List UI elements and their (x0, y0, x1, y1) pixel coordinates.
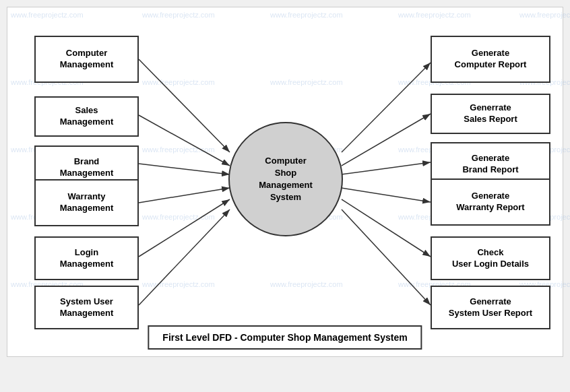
svg-line-10 (342, 162, 431, 174)
svg-line-7 (139, 209, 230, 305)
watermark: www.freeprojectz.com (142, 213, 215, 221)
svg-line-9 (342, 114, 431, 166)
watermark: www.freeprojectz.com (142, 11, 215, 19)
watermark: www.freeprojectz.com (142, 145, 215, 154)
watermark: www.freeprojectz.com (142, 78, 215, 86)
login-management-node: LoginManagement (34, 236, 139, 280)
svg-line-13 (342, 209, 431, 305)
watermark: www.freeprojectz.com (398, 11, 471, 19)
sysuser-management-node: System UserManagement (34, 286, 139, 329)
check-login-node: CheckUser Login Details (431, 236, 550, 280)
svg-line-4 (139, 164, 230, 174)
watermark: www.freeprojectz.com (11, 11, 84, 19)
sales-management-node: SalesManagement (34, 96, 139, 137)
svg-line-12 (342, 199, 431, 257)
svg-line-5 (139, 188, 230, 203)
diagram-container: www.freeprojectz.com www.freeprojectz.co… (7, 7, 563, 357)
gen-sysuser-report-node: GenerrateSystem User Report (431, 286, 550, 329)
watermark: www.freeprojectz.com (270, 280, 343, 288)
svg-line-6 (139, 199, 230, 257)
watermark: www.freeprojectz.com (519, 11, 570, 19)
center-circle: ComputerShopManagementSystem (228, 122, 343, 236)
gen-warranty-report-node: GenerateWarranty Report (431, 178, 550, 226)
gen-sales-report-node: GenerrateSales Report (431, 94, 550, 134)
svg-line-8 (342, 63, 431, 152)
svg-line-11 (342, 188, 431, 202)
diagram-caption: First Level DFD - Computer Shop Manageme… (148, 325, 422, 350)
watermark: www.freeprojectz.com (270, 78, 343, 86)
computer-management-node: ComputerManagement (34, 36, 139, 83)
warranty-management-node: WarrantyManagement (34, 179, 139, 226)
gen-computer-report-node: GenerateComputer Report (431, 36, 550, 83)
svg-line-3 (139, 115, 230, 166)
svg-line-2 (139, 59, 230, 152)
watermark: www.freeprojectz.com (270, 11, 343, 19)
watermark: www.freeprojectz.com (142, 280, 215, 288)
